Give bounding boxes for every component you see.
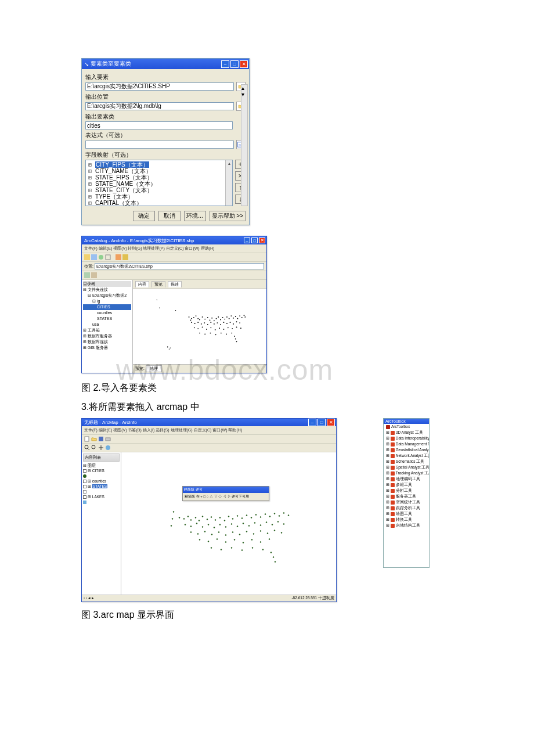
listbox-scrollbar[interactable]: ▴ <box>225 160 232 206</box>
show-help-button[interactable]: 显示帮助 >> <box>210 211 246 221</box>
svg-point-156 <box>211 547 212 548</box>
field-map-listbox[interactable]: ▴ ⊞ CITY_FIPS（文本） ⊞ CITY_NAME（文本） ⊞ STAT… <box>85 160 233 206</box>
svg-point-167 <box>171 525 172 526</box>
toolbox-node[interactable]: ⊞ 转换工具 <box>384 517 429 523</box>
table-of-contents[interactable]: 内容列表 ⊟ 图层 ⊟ CITIES ⊞ counties ⊞ STATES ⊞… <box>82 452 121 595</box>
arccatalog-menubar[interactable]: 文件(F) 编辑(E) 视图(V) 转到(G) 地理处理(P) 自定义(C) 窗… <box>82 244 266 253</box>
globe-icon <box>105 445 111 451</box>
svg-point-72 <box>215 334 217 335</box>
expression-field[interactable] <box>85 141 234 149</box>
svg-point-153 <box>251 539 252 540</box>
tree-node[interactable]: CITIES <box>83 304 131 310</box>
svg-point-95 <box>202 516 203 517</box>
output-location-field[interactable]: E:\arcgis实习数据2\lg.mdb\lg <box>85 102 234 110</box>
svg-point-132 <box>283 523 284 524</box>
tree-node[interactable]: counties <box>83 310 131 316</box>
field-item[interactable]: ⊞ STATE_FIPS（文本） <box>88 174 230 181</box>
dialog-scrollbar[interactable]: ▴ ▾ <box>241 84 248 206</box>
field-item[interactable]: ⊞ CAPITAL（文本） <box>88 200 230 206</box>
toolbox-node[interactable]: ⊞ 空间统计工具 <box>384 499 429 505</box>
svg-point-111 <box>274 513 275 514</box>
tree-node[interactable]: ⊟ lg <box>83 298 131 304</box>
toolbox-node[interactable]: ⊞ 服务器工具 <box>384 494 429 499</box>
svg-rect-3 <box>91 254 97 260</box>
toolbox-node[interactable]: ⊞ Network Analyst 工具 <box>384 453 429 459</box>
svg-point-70 <box>204 333 205 334</box>
toc-layer[interactable]: ⊞ LAKES <box>83 494 120 499</box>
tree-node[interactable]: ⊞ 工具箱 <box>83 327 131 333</box>
svg-point-116 <box>190 525 192 527</box>
toolbox-node[interactable]: ⊞ 多维工具 <box>384 482 429 488</box>
tree-node[interactable]: ⊟ E:\arcgis实习数据2 <box>83 293 131 298</box>
tree-node[interactable]: ⊟ 文件夹连接 <box>83 287 131 293</box>
tree-node[interactable]: STATES <box>83 316 131 322</box>
minimize-button[interactable]: – <box>244 237 250 243</box>
toolbox-node[interactable]: ⊞ Tracking Analyst 工具 <box>384 470 429 476</box>
view-buttons[interactable]: ▫ ▫ ◂ ▸ <box>84 596 94 601</box>
toolbox-node[interactable]: ⊞ Geostatistical Analyst 工具 <box>384 447 429 453</box>
tree-node[interactable]: usa <box>83 322 131 327</box>
minimize-button[interactable]: – <box>221 60 229 68</box>
svg-point-138 <box>225 534 226 535</box>
maximize-button[interactable]: □ <box>230 60 239 68</box>
toolbox-node[interactable]: ⊞ 绘图工具 <box>384 511 429 517</box>
svg-point-164 <box>275 561 276 562</box>
arcmap-toolbar-2[interactable] <box>82 444 336 452</box>
tab-content[interactable]: 内容 <box>135 281 149 287</box>
feature-class-dialog: ↘ 要素类至要素类 – □ ✕ ▴ ▾ 输入要素 E:\arcgis实习数据2\… <box>81 58 250 225</box>
tree-node[interactable]: ⊞ GIS 服务器 <box>83 345 131 351</box>
arcmap-toolbar-1[interactable] <box>82 435 336 444</box>
tree-node[interactable]: ⊞ 数据库服务器 <box>83 333 131 339</box>
dialog-title: 要素类至要素类 <box>91 60 220 68</box>
svg-point-162 <box>270 552 272 553</box>
svg-point-109 <box>265 513 266 514</box>
toolbox-node[interactable]: ⊞ Data Management Tools <box>384 441 429 447</box>
close-button[interactable]: ✕ <box>259 237 265 243</box>
toolbox-node[interactable]: ArcToolbox <box>384 424 429 430</box>
preview-type-dropdown[interactable]: 地理 <box>146 365 162 372</box>
location-field[interactable]: E:\arcgis实习数据2\CITIES.shp <box>95 263 264 269</box>
tab-description[interactable]: 描述 <box>168 281 182 287</box>
svg-point-161 <box>262 549 264 550</box>
toolbox-node[interactable]: ⊞ 宗地结构工具 <box>384 523 429 528</box>
svg-rect-5 <box>106 255 110 260</box>
map-canvas[interactable]: 精简版 许可 精简版 在 + □ ○ △ ▽ ◇ ◁ ▷ 许可下可用 <box>121 452 336 595</box>
toolbox-node[interactable]: ⊞ Schematics 工具 <box>384 459 429 465</box>
input-feature-field[interactable]: E:\arcgis实习数据2\CITIES.SHP <box>85 82 234 91</box>
field-item[interactable]: ⊞ TYPE（文本） <box>88 193 230 200</box>
toolbox-node[interactable]: ⊞ 跟踪分析工具 <box>384 505 429 511</box>
close-button[interactable]: ✕ <box>240 60 248 68</box>
cancel-button[interactable]: 取消 <box>158 211 181 221</box>
svg-point-65 <box>228 327 229 328</box>
catalog-tree[interactable]: 目录树 ⊟ 文件夹连接 ⊟ E:\arcgis实习数据2 ⊟ lg CITIES… <box>82 280 133 373</box>
minimize-button[interactable]: – <box>308 419 316 426</box>
toc-layer[interactable]: ⊟ CITIES <box>83 468 120 473</box>
svg-point-34 <box>233 318 234 319</box>
tree-node[interactable]: ⊞ 数据库连接 <box>83 339 131 345</box>
toolbox-node[interactable]: ⊞ 3D Analyst 工具 <box>384 430 429 435</box>
maximize-button[interactable]: □ <box>251 237 258 243</box>
toolbox-node[interactable]: ⊞ Spatial Analyst 工具 <box>384 465 429 470</box>
field-item[interactable]: ⊞ CITY_FIPS（文本） <box>88 161 230 168</box>
ok-button[interactable]: 确定 <box>133 211 155 221</box>
output-fc-field[interactable]: cities <box>85 121 233 129</box>
arcmap-menubar[interactable]: 文件(F) 编辑(E) 视图(V) 书签(B) 插入(I) 选择(S) 地理处理… <box>82 426 336 435</box>
arccatalog-toolbar-2[interactable] <box>82 271 266 280</box>
coordinates-readout: -82.612 28.551 十进制度 <box>291 596 334 601</box>
environments-button[interactable]: 环境... <box>184 211 206 221</box>
toc-layer[interactable]: ⊞ STATES <box>83 484 120 489</box>
toc-node[interactable]: ⊟ 图层 <box>83 463 120 468</box>
toc-layer[interactable]: ⊞ counties <box>83 478 120 484</box>
maximize-button[interactable]: □ <box>317 419 326 426</box>
tab-preview[interactable]: 预览 <box>151 281 165 287</box>
toolbox-node[interactable]: ⊞ Data Interoperability 工具 <box>384 435 429 441</box>
close-button[interactable]: ✕ <box>327 419 335 426</box>
toolbox-node[interactable]: ⊞ 分析工具 <box>384 488 429 494</box>
field-item[interactable]: ⊞ STATE_CITY（文本） <box>88 187 230 193</box>
field-item[interactable]: ⊞ CITY_NAME（文本） <box>88 168 230 174</box>
toolbox-node[interactable]: ⊞ 地理编码工具 <box>384 476 429 482</box>
wand-icon: ↘ <box>84 61 89 67</box>
arctoolbox-panel[interactable]: ArcToolbox ArcToolbox ⊞ 3D Analyst 工具 ⊞ … <box>383 418 430 568</box>
field-item[interactable]: ⊞ STATE_NAME（文本） <box>88 181 230 187</box>
arccatalog-toolbar[interactable] <box>82 253 266 262</box>
